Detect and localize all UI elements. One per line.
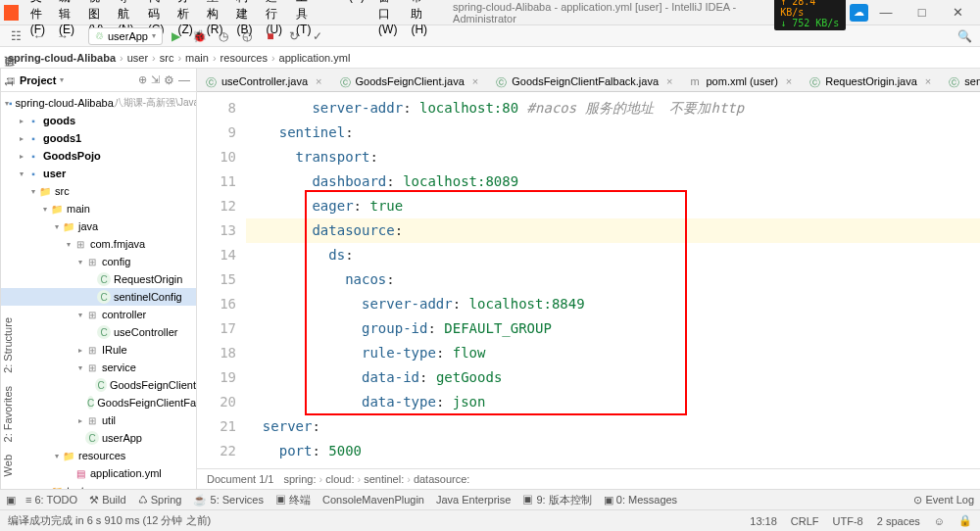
- tree-node[interactable]: ▸▪goods1: [1, 129, 196, 147]
- app-logo: [4, 5, 19, 21]
- left-tool-strip: 1: 项目 2: Structure 2: Favorites Web: [0, 69, 1, 489]
- tree-node[interactable]: ▾📁java: [1, 217, 196, 235]
- breadcrumb-segment[interactable]: spring-cloud-Alibaba: [8, 52, 116, 64]
- yaml-breadcrumb: spring:›cloud:›sentinel:›datasource:: [283, 473, 469, 485]
- close-button[interactable]: ✕: [940, 3, 976, 23]
- tree-node[interactable]: CuseController: [1, 323, 196, 341]
- breadcrumb-segment[interactable]: main: [185, 52, 209, 64]
- tree-node[interactable]: ▸⊞util: [1, 411, 196, 429]
- titlebar: 文件(F)编辑(E)视图(V)导航(N)代码(C)分析(Z)重构(R)构建(B)…: [0, 0, 980, 25]
- scroll-from-source-icon[interactable]: ⊕: [138, 73, 147, 86]
- maximize-button[interactable]: □: [904, 3, 940, 23]
- bottom-tab[interactable]: ▣ 终端: [275, 493, 311, 507]
- bottom-tab[interactable]: ▣ 0: Messages: [604, 493, 677, 507]
- editor-tab[interactable]: ⓒuseController.java×: [197, 70, 331, 91]
- tree-node[interactable]: CGoodsFeignClientFalback: [1, 394, 196, 411]
- tree-node[interactable]: ▸⊞IRule: [1, 341, 196, 359]
- left-tab-structure[interactable]: 2: Structure: [0, 314, 16, 377]
- bottom-tab[interactable]: ConsoleMavenPlugin: [322, 493, 424, 507]
- editor-tab[interactable]: mpom.xml (user)×: [681, 70, 801, 91]
- project-pane-title: Project: [20, 74, 56, 86]
- nav-back-icon[interactable]: ←: [29, 26, 49, 46]
- nav-forward-icon[interactable]: →: [53, 26, 73, 46]
- line-separator[interactable]: CRLF: [791, 515, 819, 527]
- menu-item[interactable]: 帮助(H): [405, 0, 433, 38]
- editor-tab[interactable]: ⓒGoodsFeignClient.java×: [331, 70, 488, 91]
- code-area[interactable]: server-addr: localhost:80 #nacos 服务的地址 不…: [246, 92, 980, 468]
- bottom-tab-tool-indicator[interactable]: ▣: [6, 494, 16, 507]
- left-tab-project[interactable]: 1: 项目: [0, 71, 19, 90]
- collapse-all-icon[interactable]: ⇲: [151, 73, 160, 86]
- lock-icon[interactable]: 🔒: [958, 514, 972, 527]
- editor-tab[interactable]: ⓒsentinelConfig.java×: [940, 70, 980, 91]
- bottom-tab[interactable]: ≡ 6: TODO: [25, 493, 77, 507]
- bottom-tab[interactable]: ▣ 9: 版本控制: [522, 493, 591, 507]
- breadcrumb-segment[interactable]: src: [160, 52, 174, 64]
- vcs-commit-icon[interactable]: ✓: [308, 26, 327, 46]
- menu-item[interactable]: 窗口(W): [372, 0, 403, 38]
- tree-node[interactable]: ▾⊞com.fmjava: [1, 235, 196, 253]
- indent[interactable]: 2 spaces: [877, 515, 920, 527]
- gear-icon[interactable]: ⚙: [164, 73, 174, 87]
- editor-status-bar: Document 1/1 spring:›cloud:›sentinel:›da…: [197, 468, 980, 489]
- status-message: 编译成功完成 in 6 s 910 ms (12 分钟 之前): [8, 513, 211, 528]
- encoding[interactable]: UTF-8: [833, 515, 863, 527]
- tree-node[interactable]: ▾▪user: [1, 165, 196, 182]
- profile-icon[interactable]: ◵: [237, 26, 257, 46]
- tree-node[interactable]: ▾⊞config: [1, 253, 196, 270]
- breadcrumb-segment[interactable]: resources: [220, 52, 268, 64]
- inspection-icon[interactable]: ☺: [934, 515, 945, 527]
- tree-node[interactable]: ▸▪goods: [1, 112, 196, 129]
- bottom-tool-strip: ▣ ≡ 6: TODO⚒ Build♺ Spring☕ 5: Services▣…: [0, 489, 980, 509]
- bottom-tab[interactable]: ⚒ Build: [89, 493, 126, 507]
- left-tab-favorites[interactable]: 2: Favorites: [0, 382, 16, 446]
- editor-tabs: ⓒuseController.java×ⓒGoodsFeignClient.ja…: [197, 69, 980, 92]
- tree-node[interactable]: ▾⊞service: [1, 359, 196, 376]
- event-log-button[interactable]: ⊙ Event Log: [913, 494, 974, 507]
- minimize-button[interactable]: —: [868, 3, 905, 23]
- vcs-update-icon[interactable]: ↻: [284, 26, 304, 46]
- run-icon[interactable]: ▶: [167, 26, 186, 46]
- tree-node[interactable]: CRequestOrigin: [1, 270, 196, 288]
- bottom-tab[interactable]: ☕ 5: Services: [193, 493, 263, 507]
- window-title: spring-cloud-Alibaba - application.yml […: [453, 1, 774, 24]
- tree-node[interactable]: CGoodsFeignClient: [1, 376, 196, 394]
- project-pane: ▤ Project ▾ ⊕ ⇲ ⚙ — ▾▪spring-cloud-Aliba…: [1, 69, 197, 489]
- project-view-icon[interactable]: ☷: [6, 26, 25, 46]
- search-icon[interactable]: 🔍: [955, 26, 974, 46]
- spring-icon: ♲: [95, 30, 104, 41]
- breadcrumb-segment[interactable]: application.yml: [279, 52, 351, 64]
- hide-icon[interactable]: —: [178, 73, 190, 87]
- project-pane-header: ▤ Project ▾ ⊕ ⇲ ⚙ —: [1, 69, 196, 92]
- tree-node[interactable]: ▾📁main: [1, 200, 196, 217]
- bottom-tab[interactable]: ♺ Spring: [138, 493, 182, 507]
- line-gutter: 89101112131415161718192021222324: [197, 92, 246, 468]
- tree-node[interactable]: CsentinelConfig: [1, 288, 196, 306]
- debug-icon[interactable]: 🐞: [190, 26, 210, 46]
- left-tab-web[interactable]: Web: [0, 451, 16, 480]
- sync-icon[interactable]: ☁: [850, 4, 867, 22]
- code-editor[interactable]: 89101112131415161718192021222324 server-…: [197, 92, 980, 468]
- editor-tab[interactable]: ⓒRequestOrigin.java×: [801, 70, 940, 91]
- tree-node[interactable]: ▾⊞controller: [1, 306, 196, 323]
- editor-tab[interactable]: ⓒGoodsFeignClientFalback.java×: [487, 70, 681, 91]
- tree-node[interactable]: ▸📁test: [1, 482, 196, 489]
- stop-icon[interactable]: ■: [261, 26, 280, 46]
- run-coverage-icon[interactable]: ◷: [214, 26, 233, 46]
- tree-node[interactable]: ▾📁resources: [1, 447, 196, 464]
- network-stat: ↑ 28.4 KB/s ↓ 752 KB/s: [774, 0, 846, 30]
- tree-node[interactable]: ▸▪GoodsPojo: [1, 147, 196, 165]
- run-config-selector[interactable]: ♲ userApp ▾: [88, 27, 163, 45]
- tree-node[interactable]: ▾📁src: [1, 182, 196, 200]
- tree-node[interactable]: CuserApp: [1, 429, 196, 447]
- doc-indicator: Document 1/1: [207, 473, 273, 485]
- tree-node[interactable]: ▤application.yml: [1, 464, 196, 482]
- status-bar: 编译成功完成 in 6 s 910 ms (12 分钟 之前) 13:18 CR…: [0, 509, 980, 531]
- tree-node[interactable]: ▾▪spring-cloud-Alibaba 八期课-高新强\JavaEE就业: [1, 94, 196, 112]
- caret-position[interactable]: 13:18: [750, 515, 777, 527]
- breadcrumb-segment[interactable]: user: [127, 52, 148, 64]
- project-tree[interactable]: ▾▪spring-cloud-Alibaba 八期课-高新强\JavaEE就业▸…: [1, 92, 196, 489]
- path-breadcrumb: spring-cloud-Alibaba›user›src›main›resou…: [0, 47, 980, 69]
- bottom-tab[interactable]: Java Enterprise: [436, 493, 511, 507]
